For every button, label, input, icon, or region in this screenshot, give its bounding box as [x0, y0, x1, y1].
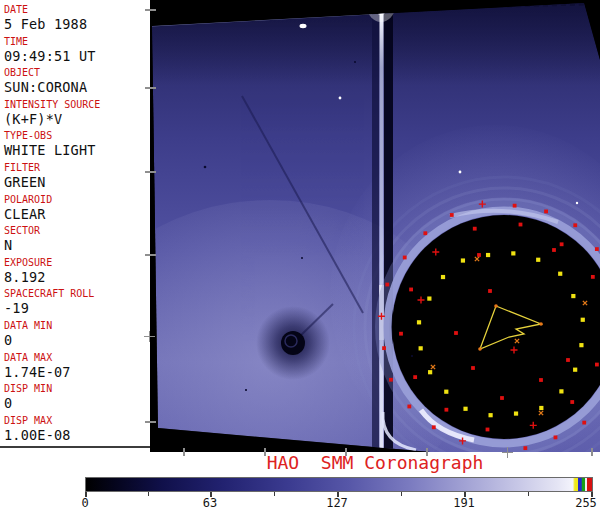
metadata-label: POLAROID — [4, 194, 150, 206]
metadata-value: WHITE LIGHT — [4, 142, 150, 158]
sidebar-bottom-border — [0, 446, 151, 448]
metadata-label: OBJECT — [4, 67, 150, 79]
metadata-entry: INTENSITY SOURCE (K+F)*V — [4, 99, 150, 131]
frame-tick — [145, 254, 156, 256]
metadata-value: 1.74E-07 — [4, 364, 150, 380]
colorbar-minor-tick — [401, 492, 403, 496]
metadata-entry: DATA MIN 0 — [4, 320, 150, 352]
metadata-label: SPACECRAFT ROLL — [4, 288, 150, 300]
metadata-value: -19 — [4, 300, 150, 316]
colorbar-minor-tick — [528, 492, 530, 496]
metadata-label: DISP MIN — [4, 383, 150, 395]
frame-tick — [145, 9, 156, 11]
metadata-entry: SECTOR N — [4, 225, 150, 257]
metadata-entry: POLAROID CLEAR — [4, 194, 150, 226]
frame-tick — [145, 171, 156, 173]
metadata-label: DATE — [4, 4, 150, 16]
metadata-value: 0 — [4, 395, 150, 411]
metadata-label: DATA MAX — [4, 352, 150, 364]
colorbar-tick-label: 0 — [81, 497, 88, 510]
metadata-entry: FILTER GREEN — [4, 162, 150, 194]
metadata-label: TYPE-OBS — [4, 130, 150, 142]
metadata-entry: EXPOSURE 8.192 — [4, 257, 150, 289]
metadata-value: 09:49:51 UT — [4, 48, 150, 64]
metadata-entry: OBJECT SUN:CORONA — [4, 67, 150, 99]
metadata-value: CLEAR — [4, 206, 150, 222]
metadata-entry: TYPE-OBS WHITE LIGHT — [4, 130, 150, 162]
colorbar-tick-label: 127 — [326, 497, 348, 510]
metadata-entry: DATE 5 Feb 1988 — [4, 4, 150, 36]
metadata-label: TIME — [4, 36, 150, 48]
metadata-label: DISP MAX — [4, 415, 150, 427]
colorbar-tick-label: 191 — [453, 497, 475, 510]
coronagraph-image — [150, 0, 600, 452]
colorbar-tick-label: 255 — [575, 497, 597, 510]
metadata-label: FILTER — [4, 162, 150, 174]
dark-spot-artifact — [256, 306, 330, 380]
metadata-entry: DISP MAX 1.00E-08 — [4, 415, 150, 446]
image-title: HAO SMM Coronagraph — [150, 454, 600, 472]
metadata-entry: SPACECRAFT ROLL -19 — [4, 288, 150, 320]
metadata-label: SECTOR — [4, 225, 150, 237]
frame-tick — [145, 421, 156, 423]
metadata-label: INTENSITY SOURCE — [4, 99, 150, 111]
metadata-label: DATA MIN — [4, 320, 150, 332]
metadata-value: 1.00E-08 — [4, 427, 150, 443]
frame-tick — [145, 87, 156, 89]
metadata-entry: DATA MAX 1.74E-07 — [4, 352, 150, 384]
metadata-value: GREEN — [4, 174, 150, 190]
metadata-value: 0 — [4, 332, 150, 348]
metadata-value: 5 Feb 1988 — [4, 16, 150, 32]
metadata-entry: DISP MIN 0 — [4, 383, 150, 415]
metadata-value: 8.192 — [4, 269, 150, 285]
frame-plus-mark — [144, 331, 155, 342]
metadata-value: (K+F)*V — [4, 111, 150, 127]
colorbar-minor-tick — [274, 492, 276, 496]
metadata-value: SUN:CORONA — [4, 79, 150, 95]
colorbar-minor-tick — [148, 492, 150, 496]
metadata-value: N — [4, 237, 150, 253]
colorbar-gradient — [85, 477, 593, 492]
metadata-sidebar: DATE 5 Feb 1988 TIME 09:49:51 UT OBJECT … — [0, 0, 150, 446]
metadata-label: EXPOSURE — [4, 257, 150, 269]
colorbar-tick-label: 63 — [203, 497, 217, 510]
metadata-entry: TIME 09:49:51 UT — [4, 36, 150, 68]
